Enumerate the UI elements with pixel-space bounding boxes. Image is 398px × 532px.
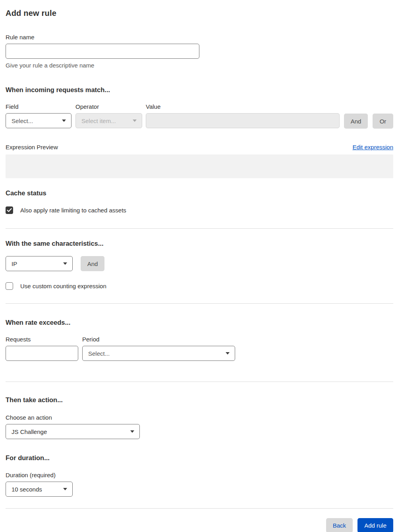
- operator-select: Select item...: [75, 113, 142, 128]
- footer-actions: Back Add rule: [6, 518, 393, 532]
- operator-group: Operator Select item...: [75, 103, 142, 128]
- characteristics-heading: With the same characteristics...: [6, 240, 393, 247]
- value-group: Value: [146, 103, 340, 128]
- chevron-down-icon: [130, 430, 134, 433]
- divider: [6, 303, 393, 304]
- divider: [6, 382, 393, 382]
- match-section-heading: When incoming requests match...: [6, 86, 393, 94]
- characteristics-row: IP And: [6, 256, 393, 271]
- expression-preview-header: Expression Preview Edit expression: [6, 144, 393, 150]
- rate-row: Requests Period Select...: [6, 336, 393, 361]
- requests-input[interactable]: [6, 346, 78, 361]
- period-select[interactable]: Select...: [82, 346, 235, 361]
- cache-status-heading: Cache status: [6, 189, 393, 197]
- action-select-value: JS Challenge: [12, 428, 47, 435]
- duration-label: Duration (required): [6, 472, 393, 478]
- chevron-down-icon: [63, 262, 67, 265]
- rule-name-helper: Give your rule a descriptive name: [6, 62, 393, 69]
- action-select[interactable]: JS Challenge: [6, 424, 140, 439]
- back-button[interactable]: Back: [326, 518, 353, 532]
- chevron-down-icon: [226, 352, 230, 355]
- duration-heading: For duration...: [6, 454, 393, 462]
- expression-preview-label: Expression Preview: [6, 144, 58, 150]
- cache-checkbox-row: Also apply rate limiting to cached asset…: [6, 206, 393, 214]
- add-rule-form: Add new rule Rule name Give your rule a …: [0, 0, 398, 532]
- page-title: Add new rule: [6, 9, 393, 18]
- add-rule-button[interactable]: Add rule: [357, 518, 393, 532]
- action-label: Choose an action: [6, 414, 393, 421]
- operator-select-value: Select item...: [81, 118, 116, 124]
- and-condition-button[interactable]: And: [344, 114, 368, 129]
- field-group: Field Select...: [6, 103, 71, 128]
- check-icon: [7, 208, 12, 212]
- value-label: Value: [146, 103, 340, 110]
- value-input: [146, 113, 340, 128]
- chevron-down-icon: [63, 488, 67, 490]
- match-condition-row: Field Select... Operator Select item... …: [6, 103, 393, 129]
- chevron-down-icon: [62, 120, 66, 122]
- field-select-value: Select...: [12, 118, 33, 124]
- characteristic-select-value: IP: [12, 260, 17, 267]
- divider: [6, 228, 393, 229]
- and-characteristic-button[interactable]: And: [81, 256, 104, 271]
- cache-checkbox[interactable]: [6, 206, 13, 214]
- action-group: Choose an action JS Challenge: [6, 414, 393, 439]
- period-group: Period Select...: [82, 336, 235, 361]
- period-label: Period: [82, 336, 235, 343]
- characteristic-select[interactable]: IP: [6, 256, 73, 271]
- custom-counting-checkbox[interactable]: [6, 282, 13, 290]
- custom-counting-label: Use custom counting expression: [20, 283, 106, 289]
- duration-select[interactable]: 10 seconds: [6, 482, 73, 497]
- expression-preview-box: [6, 154, 393, 178]
- period-select-value: Select...: [88, 350, 110, 357]
- field-label: Field: [6, 103, 71, 110]
- duration-select-value: 10 seconds: [12, 486, 42, 493]
- rule-name-label: Rule name: [6, 34, 393, 40]
- action-heading: Then take action...: [6, 396, 393, 404]
- divider: [6, 508, 393, 509]
- operator-label: Operator: [75, 103, 142, 110]
- chevron-down-icon: [133, 120, 137, 122]
- or-condition-button[interactable]: Or: [373, 114, 393, 129]
- rule-name-input[interactable]: [6, 44, 199, 59]
- duration-group: Duration (required) 10 seconds: [6, 472, 393, 497]
- custom-counting-row: Use custom counting expression: [6, 282, 393, 290]
- rate-heading: When rate exceeds...: [6, 319, 393, 326]
- rule-name-group: Rule name Give your rule a descriptive n…: [6, 34, 393, 69]
- requests-group: Requests: [6, 336, 78, 361]
- edit-expression-link[interactable]: Edit expression: [352, 144, 393, 150]
- field-select[interactable]: Select...: [6, 113, 71, 128]
- cache-checkbox-label: Also apply rate limiting to cached asset…: [20, 207, 126, 214]
- requests-label: Requests: [6, 336, 78, 343]
